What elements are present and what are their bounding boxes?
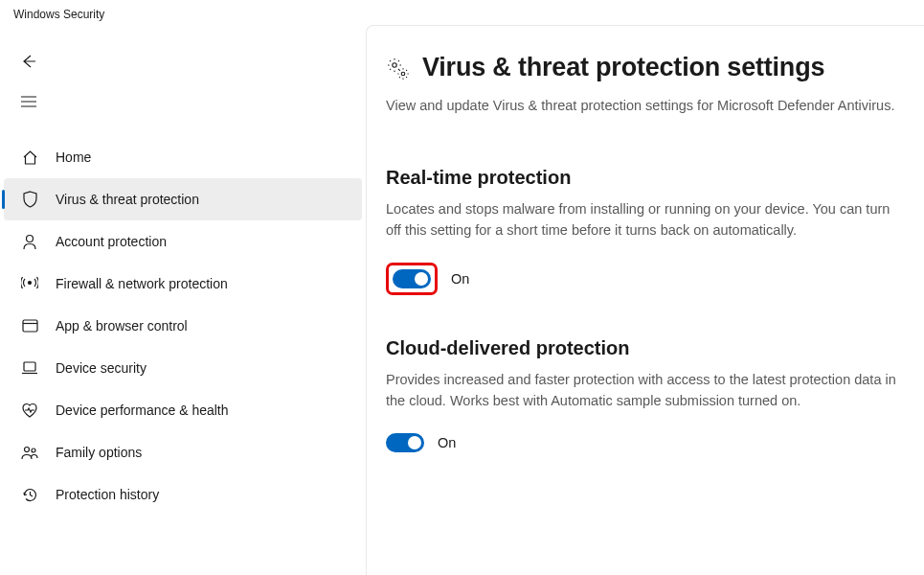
section-cloud: Cloud-delivered protection Provides incr… [386,337,897,452]
svg-point-5 [32,448,35,452]
section-realtime: Real-time protection Locates and stops m… [386,167,897,295]
people-icon [21,444,38,461]
sidebar-item-device-security[interactable]: Device security [4,347,362,389]
realtime-toggle[interactable] [393,269,431,288]
laptop-icon [21,359,38,377]
sidebar-item-label: App & browser control [56,318,188,334]
sidebar-item-history[interactable]: Protection history [4,473,362,516]
sidebar-item-account[interactable]: Account protection [4,220,362,263]
sidebar-item-performance[interactable]: Device performance & health [4,389,362,431]
toggle-state-label: On [451,271,469,287]
section-title: Cloud-delivered protection [386,337,897,359]
svg-point-7 [401,72,405,76]
svg-point-4 [25,447,30,451]
svg-point-0 [27,235,34,242]
section-description: Provides increased and faster protection… [386,369,897,412]
sidebar-item-app-browser[interactable]: App & browser control [4,305,362,347]
section-title: Real-time protection [386,167,897,189]
gears-icon [386,57,409,80]
sidebar-item-virus-threat[interactable]: Virus & threat protection [4,178,362,220]
sidebar: Home Virus & threat protection Account p… [0,25,366,575]
svg-point-1 [29,282,32,285]
window-icon [21,317,38,334]
heart-pulse-icon [21,402,38,419]
page-subtitle: View and update Virus & threat protectio… [386,96,897,117]
antenna-icon [21,275,38,292]
section-description: Locates and stops malware from installin… [386,198,897,242]
sidebar-item-label: Device security [56,360,146,376]
svg-point-6 [393,62,396,66]
shield-icon [21,191,38,208]
back-arrow-icon [21,54,36,69]
page-title: Virus & threat protection settings [422,53,824,82]
home-icon [21,149,38,166]
sidebar-item-family[interactable]: Family options [4,431,362,473]
history-icon [21,486,38,503]
nav-menu-button[interactable] [10,84,48,119]
sidebar-item-label: Home [56,150,91,165]
sidebar-item-home[interactable]: Home [4,136,362,178]
sidebar-item-label: Virus & threat protection [56,192,199,207]
sidebar-item-firewall[interactable]: Firewall & network protection [4,263,362,305]
cloud-toggle[interactable] [386,433,424,452]
back-button[interactable] [10,44,48,79]
sidebar-item-label: Firewall & network protection [56,276,228,291]
hamburger-icon [21,96,36,107]
sidebar-item-label: Device performance & health [56,402,229,418]
sidebar-item-label: Account protection [56,234,167,249]
app-title: Windows Security [0,0,924,25]
toggle-state-label: On [438,435,456,450]
person-icon [21,233,38,250]
content-area: Virus & threat protection settings View … [366,25,924,575]
sidebar-item-label: Protection history [56,487,159,502]
sidebar-item-label: Family options [56,445,142,460]
svg-rect-3 [24,362,35,371]
svg-rect-2 [23,320,37,332]
